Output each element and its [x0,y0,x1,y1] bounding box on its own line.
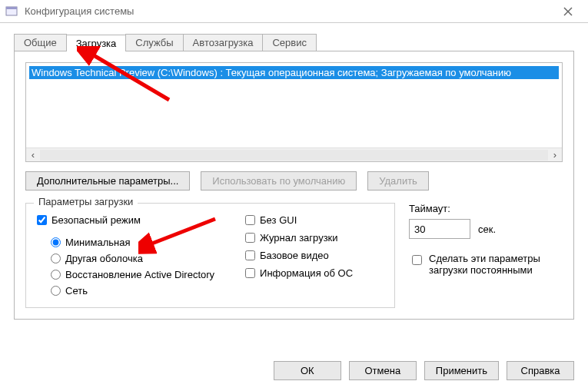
ad-repair-input[interactable] [51,270,61,280]
ad-repair-radio[interactable]: Восстановление Active Directory [51,269,214,280]
boot-log-input[interactable] [245,233,255,243]
boot-entry-row[interactable]: Windows Technical Preview (C:\Windows) :… [29,66,559,79]
tab-startup[interactable]: Автозагрузка [183,34,264,51]
minimal-label[interactable]: Минимальная [65,237,131,248]
persist-input[interactable] [412,255,422,265]
alt-shell-input[interactable] [51,253,61,263]
boot-log-checkbox[interactable]: Журнал загрузки [245,232,353,244]
network-label[interactable]: Сеть [65,285,88,297]
no-gui-input[interactable] [245,215,255,225]
safe-mode-input[interactable] [37,215,47,225]
scroll-right-icon[interactable]: › [548,148,562,162]
alt-shell-radio[interactable]: Другая оболочка [51,253,214,264]
apply-button[interactable]: Применить [424,361,499,380]
tab-boot[interactable]: Загрузка [66,35,127,51]
network-input[interactable] [51,286,61,296]
title-bar: Конфигурация системы [0,0,588,23]
dialog-button-row: ОК Отмена Применить Справка [274,361,574,380]
os-info-label[interactable]: Информация об ОС [260,267,353,279]
persist-checkbox[interactable]: Сделать эти параметры загрузки постоянны… [409,253,563,276]
no-gui-label[interactable]: Без GUI [260,214,297,226]
safe-mode-label[interactable]: Безопасный режим [51,214,141,226]
timeout-input[interactable] [409,219,470,239]
timeout-suffix: сек. [478,224,496,235]
os-info-checkbox[interactable]: Информация об ОС [245,267,353,279]
tab-tools[interactable]: Сервис [262,34,317,51]
safe-mode-checkbox[interactable]: Безопасный режим [37,214,214,226]
minimal-input[interactable] [51,237,61,247]
tab-general[interactable]: Общие [14,34,67,51]
app-icon [5,5,18,18]
tab-strip: Общие Загрузка Службы Автозагрузка Серви… [14,32,574,51]
scroll-track[interactable] [40,150,548,161]
timeout-section: Таймаут: сек. [409,203,563,239]
window-title: Конфигурация системы [25,5,553,17]
base-video-label[interactable]: Базовое видео [260,250,329,261]
horizontal-scrollbar[interactable]: ‹ › [26,147,562,161]
os-info-input[interactable] [245,268,255,278]
svg-rect-1 [6,7,17,9]
boot-entry-list[interactable]: Windows Technical Preview (C:\Windows) :… [25,62,563,162]
scroll-left-icon[interactable]: ‹ [26,148,40,162]
base-video-input[interactable] [245,250,255,260]
set-default-button: Использовать по умолчанию [201,171,357,191]
tab-services[interactable]: Службы [125,34,183,51]
cancel-button[interactable]: Отмена [349,361,417,380]
tab-panel-boot: Windows Technical Preview (C:\Windows) :… [14,51,574,320]
base-video-checkbox[interactable]: Базовое видео [245,250,353,261]
no-gui-checkbox[interactable]: Без GUI [245,214,353,226]
network-radio[interactable]: Сеть [51,285,214,297]
alt-shell-label[interactable]: Другая оболочка [65,253,143,264]
close-button[interactable] [553,0,583,23]
boot-options-group: Параметры загрузки Безопасный режим Мини… [25,203,395,308]
minimal-radio[interactable]: Минимальная [51,237,214,248]
timeout-label: Таймаут: [409,203,563,214]
boot-options-title: Параметры загрузки [34,196,138,207]
persist-label[interactable]: Сделать эти параметры загрузки постоянны… [429,253,563,276]
delete-button: Удалить [367,171,429,191]
boot-log-label[interactable]: Журнал загрузки [260,232,337,244]
advanced-options-button[interactable]: Дополнительные параметры... [25,171,190,191]
ok-button[interactable]: ОК [274,361,341,380]
ad-repair-label[interactable]: Восстановление Active Directory [65,269,214,280]
help-button[interactable]: Справка [507,361,574,380]
